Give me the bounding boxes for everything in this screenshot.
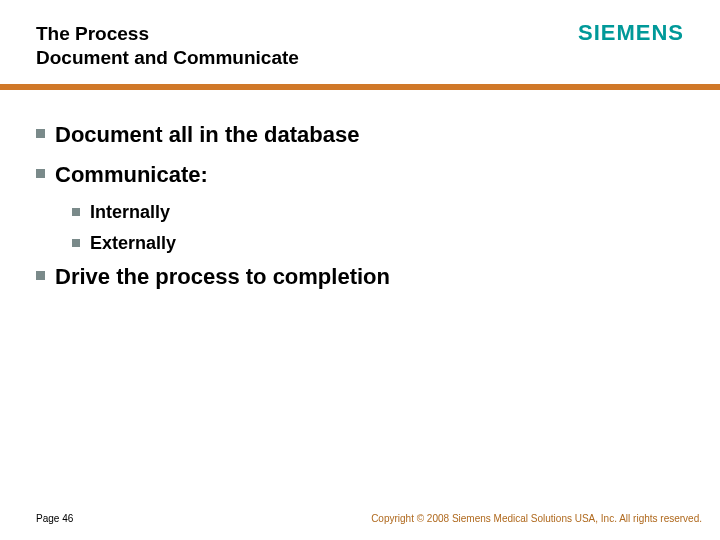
bullet-sub-item: Internally [72,202,684,223]
bullet-text: Internally [90,202,170,223]
bullet-item: Document all in the database [36,122,684,148]
slide: The Process Document and Communicate SIE… [0,0,720,540]
bullet-text: Externally [90,233,176,254]
bullet-text: Drive the process to completion [55,264,390,290]
bullet-sub-item: Externally [72,233,684,254]
title-line-1: The Process [36,22,299,46]
bullet-text: Document all in the database [55,122,359,148]
square-bullet-icon [36,271,45,280]
square-bullet-icon [72,208,80,216]
title-block: The Process Document and Communicate [36,22,299,70]
square-bullet-icon [72,239,80,247]
title-line-2: Document and Communicate [36,46,299,70]
bullet-item: Drive the process to completion [36,264,684,290]
page-number: Page 46 [36,513,73,524]
bullet-text: Communicate: [55,162,208,188]
bullet-item: Communicate: [36,162,684,188]
siemens-logo: SIEMENS [578,20,684,46]
slide-content: Document all in the database Communicate… [36,112,684,304]
square-bullet-icon [36,169,45,178]
square-bullet-icon [36,129,45,138]
slide-header: The Process Document and Communicate SIE… [0,0,720,88]
accent-bar [0,84,720,90]
copyright-text: Copyright © 2008 Siemens Medical Solutio… [371,513,702,524]
slide-footer: Page 46 Copyright © 2008 Siemens Medical… [36,513,702,524]
